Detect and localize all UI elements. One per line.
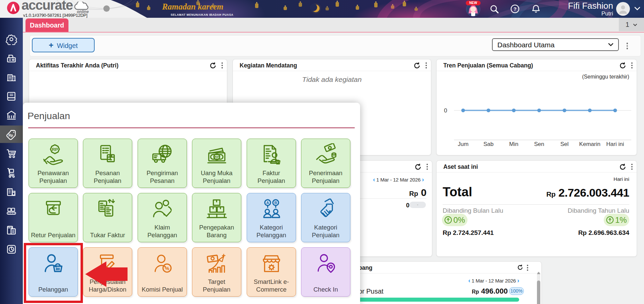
svg-text:Sab: Sab bbox=[483, 141, 493, 147]
svg-text:Hari ini: Hari ini bbox=[606, 141, 624, 147]
svg-text:%: % bbox=[165, 266, 169, 271]
svg-text:Jum: Jum bbox=[458, 141, 468, 147]
svg-text:A: A bbox=[266, 201, 269, 205]
svg-text:TAX: TAX bbox=[8, 226, 12, 229]
svg-text:Sel: Sel bbox=[560, 141, 569, 147]
svg-text:Rp: Rp bbox=[8, 134, 13, 137]
svg-text:RP: RP bbox=[52, 147, 58, 152]
svg-text:B: B bbox=[274, 201, 277, 205]
svg-text:Min: Min bbox=[509, 141, 518, 147]
svg-text:0: 0 bbox=[444, 107, 447, 114]
svg-text:Sen: Sen bbox=[534, 141, 544, 147]
svg-text:Kemarin: Kemarin bbox=[579, 141, 600, 147]
svg-text:RP: RP bbox=[214, 155, 219, 159]
